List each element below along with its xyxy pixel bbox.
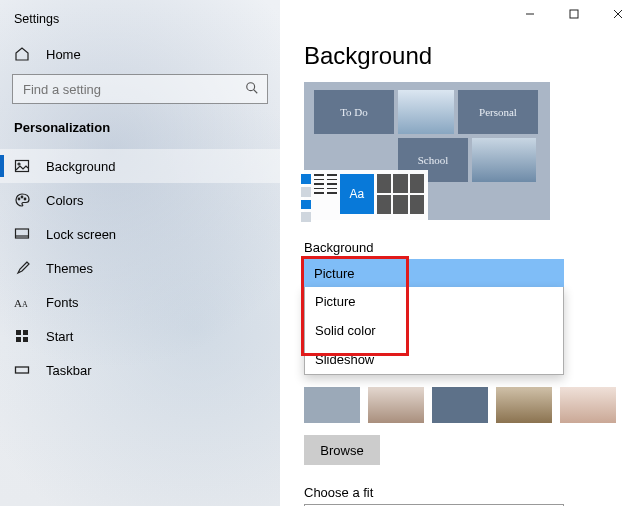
nav-label: Background [46,159,115,174]
recent-image[interactable] [496,387,552,423]
palette-icon [14,192,30,208]
preview-tile [472,138,536,182]
dropdown-option-slideshow[interactable]: Slideshow [305,345,563,374]
recent-images [304,387,616,423]
dropdown-option-solidcolor[interactable]: Solid color [305,316,563,345]
preview-tile: Personal [458,90,538,134]
search-icon [245,81,259,98]
svg-rect-17 [570,10,578,18]
nav-label: Start [46,329,73,344]
nav-label: Lock screen [46,227,116,242]
nav-label: Fonts [46,295,79,310]
main-panel: Background To Do Personal School Aa Back… [280,0,640,506]
preview-sample-text: Aa [340,174,374,214]
minimize-button[interactable] [508,0,552,28]
svg-point-3 [18,163,20,165]
nav-label: Colors [46,193,84,208]
home-nav[interactable]: Home [0,40,280,68]
titlebar [280,0,640,28]
recent-image[interactable] [304,387,360,423]
nav-background[interactable]: Background [0,149,280,183]
svg-rect-15 [16,367,29,373]
lockscreen-icon [14,226,30,242]
preview-tile [398,90,454,134]
recent-image[interactable] [432,387,488,423]
svg-line-1 [254,89,258,93]
brush-icon [14,260,30,276]
nav-start[interactable]: Start [0,319,280,353]
background-type-dropdown[interactable]: Picture Picture Solid color Slideshow [304,259,564,375]
svg-text:A: A [22,300,28,309]
home-icon [14,46,30,62]
svg-rect-11 [16,330,21,335]
search-input[interactable] [21,81,245,98]
browse-button[interactable]: Browse [304,435,380,465]
start-icon [14,328,30,344]
preview-tile: To Do [314,90,394,134]
svg-text:A: A [14,297,22,309]
picture-icon [14,158,30,174]
nav-lockscreen[interactable]: Lock screen [0,217,280,251]
preview-taskbar: Aa [298,170,428,226]
dropdown-selected[interactable]: Picture [304,259,564,287]
close-button[interactable] [596,0,640,28]
nav-colors[interactable]: Colors [0,183,280,217]
nav-themes[interactable]: Themes [0,251,280,285]
recent-image[interactable] [560,387,616,423]
font-icon: AA [14,294,30,310]
svg-point-4 [18,198,20,200]
app-title: Settings [0,10,280,34]
maximize-button[interactable] [552,0,596,28]
sidebar: Settings Home Personalization Background [0,0,280,506]
svg-rect-7 [16,229,29,238]
dropdown-option-picture[interactable]: Picture [305,287,563,316]
svg-point-6 [24,198,26,200]
taskbar-icon [14,362,30,378]
dropdown-list: Picture Solid color Slideshow [304,287,564,375]
nav-taskbar[interactable]: Taskbar [0,353,280,387]
svg-point-5 [21,196,23,198]
nav-label: Taskbar [46,363,92,378]
page-title: Background [280,28,640,76]
svg-rect-14 [23,337,28,342]
svg-rect-12 [23,330,28,335]
settings-window: Settings Home Personalization Background [0,0,640,506]
nav-label: Themes [46,261,93,276]
desktop-preview: To Do Personal School Aa [304,82,550,220]
home-label: Home [46,47,81,62]
nav-fonts[interactable]: AA Fonts [0,285,280,319]
svg-point-0 [247,82,255,90]
svg-rect-13 [16,337,21,342]
fit-section-label: Choose a fit [280,465,640,502]
recent-image[interactable] [368,387,424,423]
section-title: Personalization [0,114,280,149]
search-box[interactable] [12,74,268,104]
